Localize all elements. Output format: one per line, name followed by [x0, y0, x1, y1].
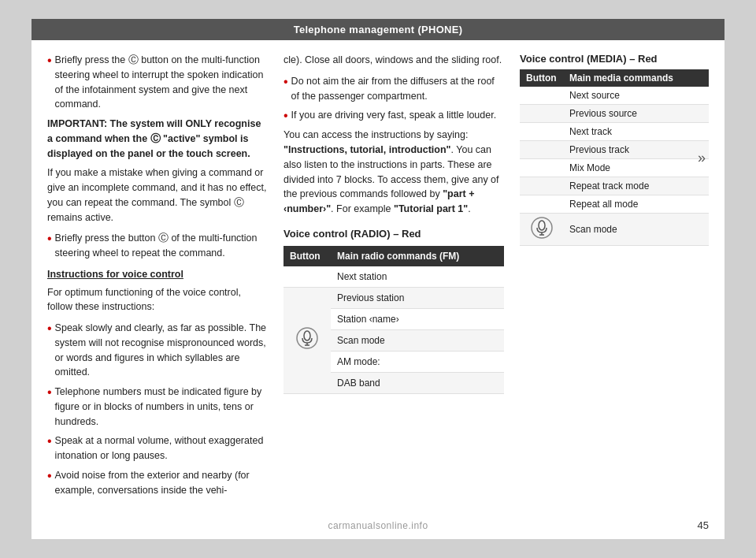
media-command-cell: Repeat all mode [563, 195, 709, 214]
media-command-cell: Scan mode [563, 214, 709, 246]
page: Telephone management (PHONE) • Briefly p… [32, 19, 724, 539]
media-command-cell: Previous track [563, 141, 709, 159]
radio-table-section: Voice control (RADIO) – Red Button Main … [284, 226, 504, 395]
bullet-icon: • [47, 433, 52, 448]
left-column: • Briefly press the Ⓒ button on the mult… [47, 53, 268, 502]
bullet-icon: • [47, 321, 52, 336]
table-row: Next station [284, 266, 504, 288]
media-commands-table: Button Main media commands Next source P… [520, 69, 709, 246]
media-button-cell [520, 159, 563, 177]
bullet-icon: • [284, 108, 288, 123]
para2-text: If you make a mistake when giving a comm… [47, 166, 268, 225]
bullet-icon: • [47, 468, 52, 483]
radio-command-cell: Scan mode [331, 330, 504, 352]
media-command-cell: Repeat track mode [563, 177, 709, 195]
para3-text: Briefly press the button Ⓒ of the multi-… [55, 231, 268, 261]
chevron-right-icon: » [698, 150, 706, 166]
media-command-cell: Previous source [563, 105, 709, 123]
important-heading: IMPORTANT: The system will ONLY recognis… [47, 117, 268, 161]
table-row: Previous source [520, 105, 709, 123]
media-command-cell: Mix Mode [563, 159, 709, 177]
list-item: • Speak at a normal volume, without exag… [47, 433, 268, 463]
table-row: Previous station [284, 288, 504, 309]
media-button-cell [520, 105, 563, 123]
middle-column: cle). Close all doors, windows and the s… [284, 53, 504, 502]
radio-command-cell: Previous station [331, 288, 504, 309]
bullet1-text: Speak slowly and clearly, as far as poss… [55, 321, 268, 380]
radio-command-cell: DAB band [331, 373, 504, 394]
bullet-icon: • [284, 74, 288, 89]
radio-col2-header: Main radio commands (FM) [331, 246, 504, 266]
page-header: Telephone management (PHONE) [32, 19, 724, 40]
radio-button-cell [284, 288, 331, 394]
table-row: Previous track [520, 141, 709, 159]
middle-para1: cle). Close all doors, windows and the s… [284, 53, 504, 68]
svg-point-5 [539, 221, 545, 230]
media-col1-header: Button [520, 69, 563, 87]
mic-icon [531, 217, 553, 239]
table-row: Mix Mode [520, 159, 709, 177]
bullet3-text: Speak at a normal volume, without exagge… [55, 433, 268, 463]
media-button-cell [520, 177, 563, 195]
instructions-heading: Instructions for voice control [47, 267, 268, 282]
table-row: Scan mode [520, 214, 709, 246]
middle-para2: You can access the instructions by sayin… [284, 128, 504, 217]
list-item: • Briefly press the Ⓒ button on the mult… [47, 53, 268, 112]
bullet4-text: Avoid noise from the exterior and nearby… [55, 468, 268, 498]
list-item: • Briefly press the button Ⓒ of the mult… [47, 231, 268, 261]
radio-heading: Voice control (RADIO) – Red [284, 226, 504, 242]
media-button-cell [520, 123, 563, 141]
table-row: Next source [520, 87, 709, 105]
para1-text: Briefly press the Ⓒ button on the multi-… [55, 53, 268, 112]
list-item: • Speak slowly and clearly, as far as po… [47, 321, 268, 380]
middle-bullet2: If you are driving very fast, speak a li… [291, 108, 497, 123]
page-number: 45 [698, 519, 709, 531]
radio-commands-table: Button Main radio commands (FM) Next sta… [284, 246, 504, 394]
instructions-intro: For optimum functioning of the voice con… [47, 285, 268, 315]
bullet-icon: • [47, 53, 52, 68]
media-col2-header: Main media commands [563, 69, 709, 87]
media-table-section: Button Main media commands Next source P… [520, 69, 709, 246]
media-command-cell: Next track [563, 123, 709, 141]
radio-command-cell: Next station [331, 266, 504, 288]
list-item: • Telephone numbers must be indicated fi… [47, 385, 268, 429]
right-column: Voice control (MEDIA) – Red Button Main … [520, 53, 709, 502]
list-item: • Avoid noise from the exterior and near… [47, 468, 268, 498]
table-row: Repeat track mode [520, 177, 709, 195]
header-title: Telephone management (PHONE) [294, 24, 463, 35]
radio-button-cell [284, 266, 331, 288]
middle-bullet1: Do not aim the air from the diffusers at… [291, 74, 504, 104]
radio-command-cell: AM mode: [331, 352, 504, 373]
list-item: • If you are driving very fast, speak a … [284, 108, 504, 123]
media-button-cell [520, 195, 563, 214]
radio-command-cell: Station ‹name› [331, 309, 504, 330]
bullet-icon: • [47, 385, 52, 400]
watermark: carmanualsonline.info [328, 520, 428, 531]
media-button-cell [520, 214, 563, 246]
bullet2-text: Telephone numbers must be indicated figu… [55, 385, 268, 429]
media-command-cell: Next source [563, 87, 709, 105]
media-button-cell [520, 141, 563, 159]
bullet-icon: • [47, 231, 52, 246]
mic-icon [296, 327, 318, 349]
media-heading: Voice control (MEDIA) – Red [520, 53, 709, 65]
list-item: • Do not aim the air from the diffusers … [284, 74, 504, 104]
radio-col1-header: Button [284, 246, 331, 266]
table-row: Repeat all mode [520, 195, 709, 214]
media-button-cell [520, 87, 563, 105]
table-row: Next track [520, 123, 709, 141]
svg-point-1 [304, 331, 310, 340]
